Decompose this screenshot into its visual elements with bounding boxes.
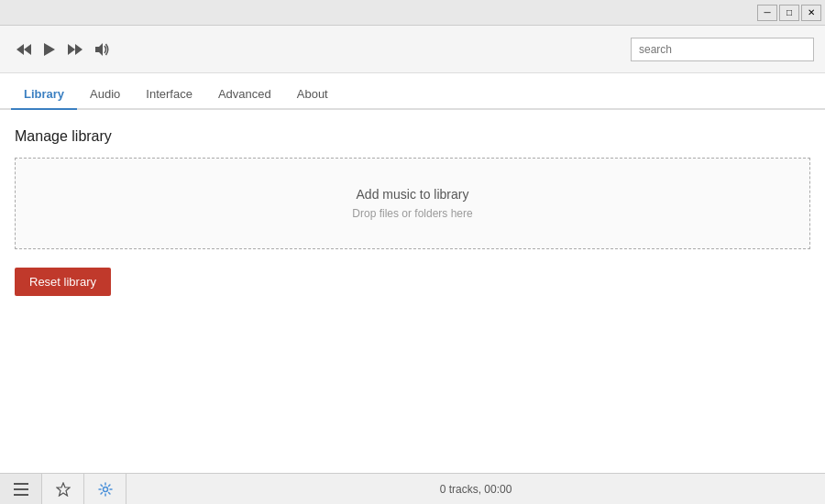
- star-icon: [56, 482, 71, 497]
- search-input[interactable]: [631, 38, 814, 61]
- play-icon: [42, 42, 57, 57]
- svg-marker-4: [75, 44, 82, 55]
- svg-marker-0: [16, 44, 24, 55]
- tab-interface[interactable]: Interface: [133, 80, 205, 110]
- tab-library[interactable]: Library: [11, 80, 77, 110]
- status-text: 0 tracks, 00:00: [126, 483, 825, 496]
- svg-marker-1: [24, 44, 31, 55]
- play-button[interactable]: [37, 38, 62, 60]
- settings-button[interactable]: [84, 474, 126, 505]
- svg-marker-5: [95, 43, 103, 56]
- svg-rect-8: [14, 494, 28, 496]
- reset-library-button[interactable]: Reset library: [15, 268, 111, 296]
- drop-zone[interactable]: Add music to library Drop files or folde…: [15, 158, 810, 249]
- tab-audio[interactable]: Audio: [77, 80, 133, 110]
- next-icon: [68, 42, 82, 57]
- next-button[interactable]: [62, 38, 88, 60]
- tab-about[interactable]: About: [284, 80, 341, 110]
- svg-point-10: [103, 487, 107, 491]
- prev-icon: [16, 42, 31, 57]
- svg-marker-3: [68, 44, 75, 55]
- drop-zone-title: Add music to library: [357, 187, 469, 202]
- section-title: Manage library: [15, 128, 810, 145]
- menu-button[interactable]: [0, 474, 42, 505]
- prev-button[interactable]: [11, 38, 37, 60]
- gear-icon: [98, 482, 113, 497]
- maximize-button[interactable]: □: [779, 5, 799, 21]
- svg-marker-9: [57, 483, 70, 496]
- svg-rect-6: [14, 483, 28, 485]
- status-bar: 0 tracks, 00:00: [0, 473, 825, 504]
- title-bar: ─ □ ✕: [0, 0, 825, 26]
- minimize-button[interactable]: ─: [757, 5, 777, 21]
- main-content: Manage library Add music to library Drop…: [0, 110, 825, 473]
- volume-icon: [94, 42, 110, 57]
- favorites-button[interactable]: [42, 474, 84, 505]
- drop-zone-subtitle: Drop files or folders here: [352, 207, 472, 220]
- menu-icon: [14, 483, 28, 496]
- volume-button[interactable]: [88, 38, 116, 60]
- tabs: Library Audio Interface Advanced About: [0, 73, 825, 110]
- svg-rect-7: [14, 488, 28, 490]
- close-button[interactable]: ✕: [801, 5, 821, 21]
- transport-bar: [0, 26, 825, 73]
- tab-advanced[interactable]: Advanced: [205, 80, 284, 110]
- svg-marker-2: [44, 43, 55, 56]
